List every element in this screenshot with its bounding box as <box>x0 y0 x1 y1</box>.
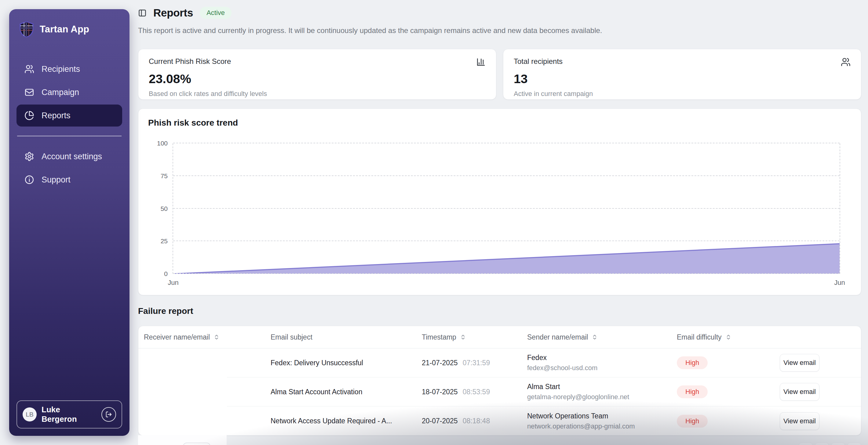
status-badge: Active <box>200 7 231 19</box>
stat-title: Current Phish Risk Score <box>149 57 231 66</box>
table-row: Fedex: Delivery Unsuccessful 21-07-2025 … <box>138 349 861 378</box>
nav-icon <box>25 64 34 74</box>
column-header-sender-name-email[interactable]: Sender name/email <box>527 333 677 342</box>
stat-subtitle: Based on click rates and difficulty leve… <box>149 90 486 98</box>
sender-cell: Fedex fedex@school-usd.com <box>527 354 677 372</box>
column-header-label: Sender name/email <box>527 333 588 342</box>
sidebar-item-label: Reports <box>41 111 70 120</box>
sidebar-item-account-settings[interactable]: Account settings <box>17 146 122 168</box>
sidebar-item-reports[interactable]: Reports <box>17 105 122 126</box>
pagination-button-partial[interactable] <box>815 443 829 445</box>
sidebar-item-label: Support <box>41 175 70 185</box>
sidebar-item-label: Campaign <box>41 88 79 97</box>
sidebar-item-label: Recipients <box>41 64 80 74</box>
difficulty-badge: High <box>677 356 708 369</box>
sender-email: network.operations@app-gmial.com <box>527 422 677 430</box>
timestamp-time: 07:31:59 <box>463 359 490 367</box>
trend-plot: Jun Jun 0 25 50 75 100 <box>173 143 840 274</box>
y-axis-tick-label: 50 <box>161 205 168 212</box>
column-header-label: Timestamp <box>422 333 456 342</box>
timestamp-date: 20-07-2025 <box>422 417 458 425</box>
timestamp-date: 18-07-2025 <box>422 388 458 396</box>
view-email-button[interactable]: View email <box>780 412 819 430</box>
stats-row: Current Phish Risk Score 23.08% Based on… <box>138 49 861 100</box>
x-axis-label-start: Jun <box>168 279 178 287</box>
table-row: Alma Start Account Activation 18-07-2025… <box>138 378 861 407</box>
x-axis-label-end: Jun <box>834 279 845 287</box>
column-header-label: Receiver name/email <box>144 333 210 342</box>
sidebar-item-campaign[interactable]: Campaign <box>17 81 122 103</box>
action-cell: View email <box>780 383 861 401</box>
timestamp-time: 08:18:48 <box>463 417 490 425</box>
sender-cell: Network Operations Team network.operatio… <box>527 412 677 430</box>
sender-email: getalma-noreply@glooglonline.net <box>527 393 677 401</box>
column-header-email-difficulty[interactable]: Email difficulty <box>677 333 780 342</box>
sidebar-item-recipients[interactable]: Recipients <box>17 58 122 80</box>
email-subject-cell: Fedex: Delivery Unsuccessful <box>271 359 422 367</box>
timestamp-cell: 20-07-2025 08:18:48 <box>422 417 527 425</box>
nav-icon <box>25 152 34 161</box>
sidebar-toggle-button[interactable] <box>138 8 147 17</box>
sender-name: Alma Start <box>527 383 677 391</box>
sort-icon[interactable] <box>592 334 598 340</box>
user-profile-box[interactable]: LB Luke Bergeron <box>17 400 122 428</box>
receiver-column-redaction <box>138 349 227 436</box>
chart-gridline: 75 <box>173 175 840 176</box>
view-email-button[interactable]: View email <box>780 383 819 401</box>
log-out-icon <box>105 411 112 418</box>
pagination-button-partial[interactable] <box>847 443 861 445</box>
stat-value: 13 <box>514 72 850 86</box>
sender-name: Network Operations Team <box>527 412 677 420</box>
logout-button[interactable] <box>101 407 116 422</box>
difficulty-badge: High <box>677 415 708 427</box>
y-axis-tick-label: 75 <box>161 172 168 180</box>
y-axis-tick-label: 0 <box>164 270 168 277</box>
sidebar-item-label: Account settings <box>41 152 102 161</box>
action-cell: View email <box>780 354 861 372</box>
action-cell: View email <box>780 412 861 430</box>
nav-icon <box>25 87 34 97</box>
page-header: Reports Active <box>138 7 231 19</box>
sender-cell: Alma Start getalma-noreply@glooglonline.… <box>527 383 677 401</box>
avatar: LB <box>23 407 37 421</box>
stat-subtitle: Active in current campaign <box>514 90 850 98</box>
y-axis-tick-label: 25 <box>161 237 168 245</box>
pagination-button-partial[interactable] <box>831 443 845 445</box>
sort-icon[interactable] <box>725 334 732 340</box>
sender-email: fedex@school-usd.com <box>527 364 677 372</box>
difficulty-cell: High <box>677 385 780 398</box>
timestamp-cell: 21-07-2025 07:31:59 <box>422 359 527 367</box>
column-header-email-subject[interactable]: Email subject <box>271 333 422 342</box>
app-logo-row: Tartan App <box>17 20 122 38</box>
difficulty-badge: High <box>677 385 708 398</box>
sender-name: Fedex <box>527 354 677 362</box>
sidebar-nav-secondary: Account settings Support <box>17 146 122 191</box>
view-email-button[interactable]: View email <box>780 354 819 372</box>
pagination-button-partial[interactable] <box>799 443 813 445</box>
tartan-shield-logo-icon <box>19 21 34 38</box>
chart-gridline: 25 <box>173 240 840 241</box>
pagination-previous-button-partial[interactable] <box>183 443 211 445</box>
stat-value: 23.08% <box>149 72 486 86</box>
sidebar-nav: Recipients Campaign Reports <box>17 58 122 126</box>
chart-gridline: 0 <box>173 273 840 274</box>
sidebar-divider <box>17 136 122 136</box>
sort-icon[interactable] <box>460 334 466 340</box>
sort-icon[interactable] <box>214 334 220 340</box>
page-title: Reports <box>153 7 193 19</box>
table-header-row: Receiver name/email Email subject Timest… <box>138 326 861 349</box>
y-axis-tick-label: 100 <box>157 140 168 147</box>
panel-left-icon <box>138 8 147 17</box>
sidebar: Tartan App Recipients Campaign Reports A… <box>9 9 129 436</box>
column-header-timestamp[interactable]: Timestamp <box>422 333 527 342</box>
main-content: Reports Active This report is active and… <box>138 0 861 445</box>
column-header-receiver-name-email[interactable]: Receiver name/email <box>144 333 271 342</box>
sidebar-item-support[interactable]: Support <box>17 169 122 191</box>
users-icon <box>841 57 850 67</box>
email-subject-cell: Alma Start Account Activation <box>271 388 422 396</box>
chart-title: Phish risk score trend <box>148 118 238 128</box>
trend-area-svg <box>173 143 840 274</box>
stat-card-total-recipients: Total recipients 13 Active in current ca… <box>503 49 861 100</box>
chart-gridline: 100 <box>173 143 840 143</box>
table-row: Network Access Update Required - A... 20… <box>138 407 861 436</box>
